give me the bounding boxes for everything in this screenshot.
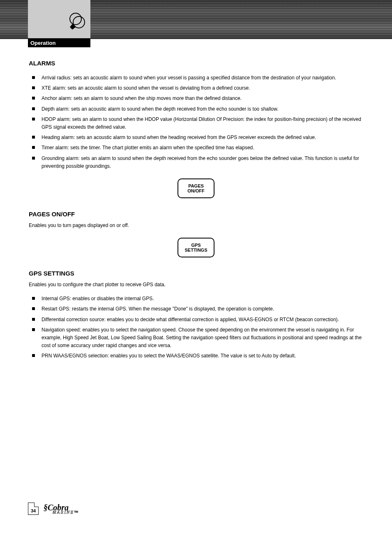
bullet-text: Grounding alarm: sets an alarm to sound … [42,155,363,170]
bullet-text: Internal GPS: enables or disables the in… [42,295,363,303]
list-item: Internal GPS: enables or disables the in… [32,295,363,303]
bullet-icon [32,146,35,149]
bullet-icon [32,136,35,139]
svg-point-0 [70,13,81,25]
operation-tab: Operation [28,0,90,47]
bullet-text: Restart GPS: restarts the internal GPS. … [42,305,363,313]
alarms-title: ALARMS [29,60,363,67]
bullet-text: Arrival radius: sets an acoustic alarm t… [42,74,363,82]
bullet-text: HDOP alarm: sets an alarm to sound when … [42,116,363,131]
list-item: Restart GPS: restarts the internal GPS. … [32,305,363,313]
gps-list: Internal GPS: enables or disables the in… [29,295,363,360]
pages-title: PAGES ON/OFF [29,211,363,218]
bullet-text: Differential correction source: enables … [42,316,363,324]
horn-icon [67,12,88,33]
bullet-text: XTE alarm: sets an acoustic alarm to sou… [42,84,363,92]
bullet-text: Navigation speed: enables you to select … [42,326,363,350]
footer: 34 §Cobra MARINE™ [28,503,79,515]
list-item: Heading alarm: sets an acoustic alarm to… [32,134,363,141]
list-item: Differential correction source: enables … [32,316,363,324]
list-item: Navigation speed: enables you to select … [32,326,363,350]
gps-text: Enables you to configure the chart plott… [29,281,363,289]
pages-onoff-button-image: PAGES ON/OFF [178,178,214,198]
bullet-icon [32,118,35,120]
list-item: Depth alarm: sets an acoustic alarm to s… [32,105,363,113]
bullet-icon [32,318,35,321]
bullet-icon [32,297,35,300]
bullet-text: Anchor alarm: sets an alarm to sound whe… [42,95,363,102]
bullet-icon [32,328,35,331]
list-item: Arrival radius: sets an acoustic alarm t… [32,74,363,82]
alarms-list: Arrival radius: sets an acoustic alarm t… [29,74,363,170]
bullet-text: PRN WAAS/EGNOS selection: enables you to… [42,352,363,360]
gps-settings-button-image: GPS SETTINGS [178,238,214,257]
bullet-text: Heading alarm: sets an acoustic alarm to… [42,134,363,141]
pages-text: Enables you to turn pages displayed on o… [29,222,363,229]
bullet-icon [32,107,35,110]
bullet-text: Timer alarm: sets the timer. The chart p… [42,144,363,152]
gps-title: GPS SETTINGS [29,270,363,277]
page-number: 34 [31,508,36,513]
list-item: Timer alarm: sets the timer. The chart p… [32,144,363,152]
list-item: Grounding alarm: sets an alarm to sound … [32,155,363,170]
svg-point-1 [73,16,85,28]
bullet-icon [32,354,35,357]
operation-label: Operation [28,38,90,47]
list-item: XTE alarm: sets an acoustic alarm to sou… [32,84,363,92]
bullet-icon [32,76,35,79]
cobra-marine-logo: §Cobra MARINE™ [44,503,79,514]
page-icon: 34 [28,503,39,515]
bullet-icon [32,157,35,160]
content-area: ALARMS Arrival radius: sets an acoustic … [0,39,392,371]
bullet-icon [32,86,35,89]
list-item: PRN WAAS/EGNOS selection: enables you to… [32,352,363,360]
bullet-text: Depth alarm: sets an acoustic alarm to s… [42,105,363,113]
bullet-icon [32,307,35,310]
bullet-icon [32,97,35,100]
list-item: Anchor alarm: sets an alarm to sound whe… [32,95,363,102]
list-item: HDOP alarm: sets an alarm to sound when … [32,116,363,131]
